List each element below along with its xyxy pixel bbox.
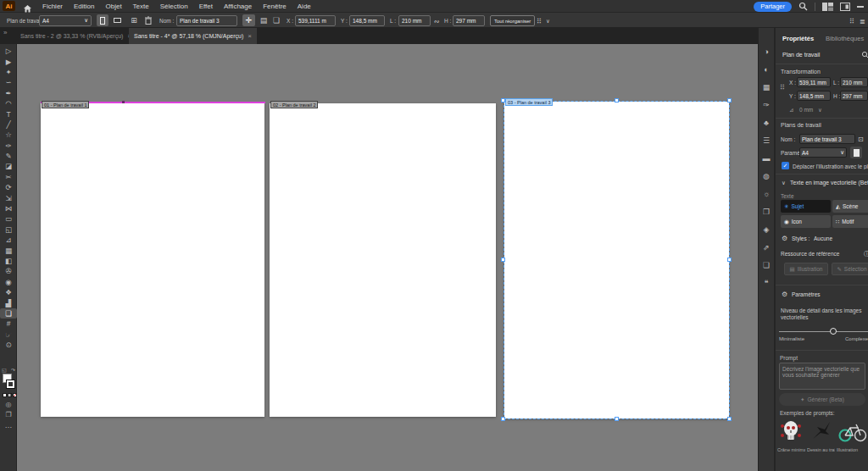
handle-bottom-left[interactable]: [501, 417, 505, 421]
tool-line-segment[interactable]: ╱: [0, 119, 17, 130]
panel-y-input[interactable]: [797, 91, 831, 101]
menu-3[interactable]: Texte: [133, 3, 149, 10]
dock-icon-swatches[interactable]: ▦: [758, 82, 775, 92]
tool-graph[interactable]: ▟: [0, 297, 17, 308]
panel-toggle-icon[interactable]: ≣: [860, 18, 865, 25]
prompt-textarea[interactable]: [779, 363, 865, 390]
tool-paintbrush[interactable]: ✑: [0, 141, 17, 151]
search-icon[interactable]: [861, 51, 868, 60]
move-art-checkbox[interactable]: ✓: [782, 162, 789, 169]
chevron-down-icon[interactable]: ∨: [818, 107, 822, 114]
dock-icon-color[interactable]: ◑: [758, 47, 775, 57]
detail-slider-track[interactable]: [779, 331, 868, 332]
tool-scissors[interactable]: ✂: [0, 172, 17, 182]
panel-artboard-name-input[interactable]: [799, 134, 855, 144]
info-icon[interactable]: ⓘ: [864, 250, 868, 258]
x-input[interactable]: [295, 15, 336, 26]
close-icon[interactable]: ×: [248, 28, 252, 44]
tool-shape-builder[interactable]: ◱: [0, 224, 17, 235]
menu-6[interactable]: Affichage: [224, 3, 252, 10]
drawing-modes-icon[interactable]: ◎: [0, 401, 17, 408]
dock-icon-symbols[interactable]: ♣: [758, 118, 775, 128]
grid-arrange-icon[interactable]: ⠿: [537, 18, 542, 25]
menu-4[interactable]: Sélection: [160, 3, 188, 10]
menu-1[interactable]: Edition: [74, 3, 94, 10]
document-tab-2[interactable]: Sans titre - 4* @ 57,18 % (CMJN/Aperçu) …: [129, 28, 257, 44]
motif-button[interactable]: ∷Motif: [832, 215, 868, 228]
swap-fill-stroke-icon[interactable]: ↷: [11, 367, 15, 373]
menu-2[interactable]: Objet: [105, 3, 121, 10]
example-thumb-bicycle[interactable]: [837, 417, 868, 446]
menu-0[interactable]: Fichier: [42, 3, 63, 10]
menu-8[interactable]: Aide: [298, 3, 311, 10]
dock-icon-gradient-annotator[interactable]: ▬: [758, 153, 775, 163]
move-artboard-button[interactable]: ✛: [242, 14, 255, 26]
panel-width-input[interactable]: [840, 77, 868, 87]
tool-pencil[interactable]: ✎: [0, 151, 17, 161]
screen-mode-icon[interactable]: ❐: [0, 411, 17, 418]
handle-top-right[interactable]: [727, 98, 732, 103]
preset-dropdown[interactable]: A4∨: [39, 15, 92, 26]
portrait-orientation-button[interactable]: [97, 14, 108, 26]
tool-type[interactable]: T: [0, 108, 17, 119]
artboard-name-input[interactable]: [176, 15, 237, 26]
color-mode-gradient[interactable]: [8, 393, 12, 397]
tool-scale[interactable]: ⇲: [0, 192, 17, 202]
tool-shapes[interactable]: ☆: [0, 130, 17, 140]
gear-icon[interactable]: ⚙: [782, 291, 787, 298]
angle-value[interactable]: 0 mm: [799, 107, 813, 113]
dock-icon-transparency[interactable]: ◍: [758, 171, 775, 181]
beta-section-header[interactable]: Texte en image vectorielle (Beta): [790, 180, 868, 186]
artboard-2-tag[interactable]: 02 - Plan de travail 2: [270, 101, 318, 108]
illustration-button[interactable]: ▤Illustration: [784, 263, 828, 275]
handle-bottom-right[interactable]: [727, 417, 732, 421]
tool-hand[interactable]: ☞: [0, 330, 17, 340]
document-tab-1[interactable]: Sans titre - 2 @ 33,33 % (RVB/Aperçu) ×: [15, 28, 136, 44]
tool-selection[interactable]: ▷: [0, 46, 17, 56]
menu-5[interactable]: Effet: [199, 3, 213, 10]
tool-curvature[interactable]: ◠: [0, 98, 17, 108]
scene-button[interactable]: ◭Scène: [832, 200, 868, 213]
dock-icon-artboards[interactable]: ❏: [758, 260, 775, 270]
dock-icon-gradient[interactable]: ◐: [758, 64, 775, 75]
toolbar-collapse-icon[interactable]: »: [3, 29, 7, 36]
tool-blend[interactable]: ◉: [0, 277, 17, 287]
tool-shaper[interactable]: ◪: [0, 161, 17, 171]
tool-slice[interactable]: #: [0, 319, 17, 329]
edit-toolbar-icon[interactable]: …: [0, 421, 17, 429]
stroke-swatch[interactable]: [6, 380, 15, 389]
grid-view-icon[interactable]: ⠿: [849, 18, 854, 25]
artboard-1-tag[interactable]: 01 - Plan de travail 1: [42, 101, 89, 108]
tool-width[interactable]: ⋈: [0, 203, 17, 213]
dock-icon-comments[interactable]: ❝: [758, 278, 775, 288]
detail-slider-handle[interactable]: [830, 328, 837, 335]
tool-direct-selection[interactable]: ▶: [0, 56, 17, 66]
tab-bibliotheques[interactable]: Bibliothèques: [826, 35, 864, 42]
handle-top-center[interactable]: [615, 98, 619, 103]
y-input[interactable]: [349, 15, 385, 26]
gear-icon[interactable]: ⚙: [782, 235, 787, 242]
menu-7[interactable]: Fenêtre: [263, 3, 287, 10]
dock-icon-appearance[interactable]: ☼: [758, 189, 775, 199]
generate-button[interactable]: ✦Générer (Beta): [779, 393, 865, 406]
new-artboard-button[interactable]: ⊞: [128, 14, 140, 26]
link-dimensions-icon[interactable]: ∾: [434, 18, 440, 25]
tool-eyedropper[interactable]: ✇: [0, 266, 17, 276]
embed-icon[interactable]: ⊡: [858, 136, 864, 143]
rearrange-all-button[interactable]: Tout réorganiser: [490, 15, 535, 26]
canvas[interactable]: 01 - Plan de travail 1 02 - Plan de trav…: [17, 44, 758, 471]
handle-bottom-center[interactable]: [615, 417, 619, 421]
tool-symbol-sprayer[interactable]: ❖: [0, 287, 17, 297]
tool-zoom[interactable]: ⊙: [0, 340, 17, 350]
artboard-2[interactable]: [270, 103, 496, 417]
tool-lasso[interactable]: ∽: [0, 77, 17, 87]
dock-icon-layers[interactable]: ◈: [758, 224, 775, 235]
share-button[interactable]: Partager: [754, 2, 792, 12]
default-swatches-icon[interactable]: ◱: [2, 367, 7, 373]
tool-rotate[interactable]: ⟳: [0, 182, 17, 192]
tool-pen[interactable]: ✒: [0, 88, 17, 98]
panel-x-input[interactable]: [797, 77, 831, 87]
artboard-grid-button[interactable]: ❏: [270, 14, 282, 26]
example-thumb-bird[interactable]: [807, 417, 834, 446]
delete-artboard-button[interactable]: [142, 14, 154, 26]
